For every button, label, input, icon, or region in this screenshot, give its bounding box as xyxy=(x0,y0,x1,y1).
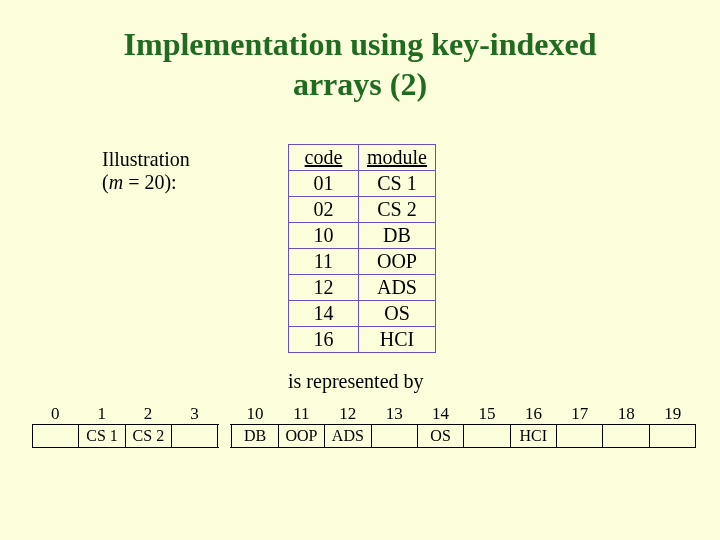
cell-code: 02 xyxy=(289,197,359,223)
array-cell xyxy=(33,425,79,447)
title-line-1: Implementation using key-indexed xyxy=(124,26,597,62)
array-index: 3 xyxy=(171,404,217,424)
cell-module: ADS xyxy=(359,275,436,301)
illustration-word: Illustration xyxy=(102,148,190,170)
array-cell xyxy=(172,425,218,447)
array-cell: DB xyxy=(232,425,278,447)
cell-module: CS 2 xyxy=(359,197,436,223)
table-row: 11OOP xyxy=(289,249,436,275)
cell-code: 12 xyxy=(289,275,359,301)
array-cell: CS 1 xyxy=(79,425,125,447)
table-row: 14OS xyxy=(289,301,436,327)
modules-table: code module 01CS 1 02CS 2 10DB 11OOP 12A… xyxy=(288,144,436,353)
array-index: 18 xyxy=(603,404,649,424)
header-module: module xyxy=(359,145,436,171)
header-code: code xyxy=(289,145,359,171)
array-index: 13 xyxy=(371,404,417,424)
array-index: 10 xyxy=(232,404,278,424)
array-index: 1 xyxy=(78,404,124,424)
cell-code: 11 xyxy=(289,249,359,275)
slide-title: Implementation using key-indexed arrays … xyxy=(0,0,720,104)
array-cell: CS 2 xyxy=(126,425,172,447)
array-index: 12 xyxy=(325,404,371,424)
table-row: 10DB xyxy=(289,223,436,249)
array-diagram: 0 1 2 3 10 11 12 13 14 15 16 17 18 19 CS… xyxy=(32,404,696,448)
illustration-label: Illustration (m = 20): xyxy=(102,148,190,194)
cell-module: HCI xyxy=(359,327,436,353)
cell-module: OOP xyxy=(359,249,436,275)
cell-code: 10 xyxy=(289,223,359,249)
array-cell xyxy=(372,425,418,447)
array-index: 2 xyxy=(125,404,171,424)
table-header-row: code module xyxy=(289,145,436,171)
table-row: 12ADS xyxy=(289,275,436,301)
array-index: 0 xyxy=(32,404,78,424)
illustration-m: m xyxy=(109,171,123,193)
illustration-eq: = 20): xyxy=(123,171,177,193)
array-cell xyxy=(650,425,695,447)
cell-module: DB xyxy=(359,223,436,249)
array-cells: CS 1 CS 2 DB OOP ADS OS HCI xyxy=(32,424,696,448)
array-cell xyxy=(557,425,603,447)
array-cell: ADS xyxy=(325,425,371,447)
array-indices: 0 1 2 3 10 11 12 13 14 15 16 17 18 19 xyxy=(32,404,696,424)
title-line-2: arrays (2) xyxy=(293,66,427,102)
array-index: 11 xyxy=(278,404,324,424)
table-row: 02CS 2 xyxy=(289,197,436,223)
cell-module: CS 1 xyxy=(359,171,436,197)
cell-module: OS xyxy=(359,301,436,327)
array-cell xyxy=(603,425,649,447)
illustration-paren: ( xyxy=(102,171,109,193)
array-cell: OS xyxy=(418,425,464,447)
array-index: 14 xyxy=(417,404,463,424)
array-index: 17 xyxy=(557,404,603,424)
cell-code: 16 xyxy=(289,327,359,353)
table-row: 16HCI xyxy=(289,327,436,353)
cell-code: 14 xyxy=(289,301,359,327)
cell-code: 01 xyxy=(289,171,359,197)
array-cell: OOP xyxy=(279,425,325,447)
represented-by-text: is represented by xyxy=(288,370,424,393)
table-row: 01CS 1 xyxy=(289,171,436,197)
array-cell: HCI xyxy=(511,425,557,447)
ellipsis-gap xyxy=(218,425,232,447)
array-index: 16 xyxy=(510,404,556,424)
array-index: 15 xyxy=(464,404,510,424)
array-index: 19 xyxy=(649,404,695,424)
array-cell xyxy=(464,425,510,447)
